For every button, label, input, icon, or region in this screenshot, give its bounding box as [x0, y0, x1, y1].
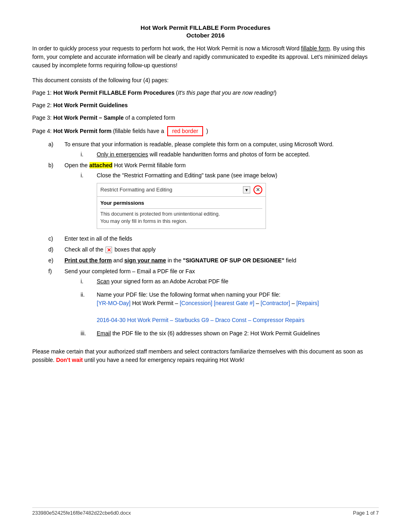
page-4-bold: Hot Work Permit form — [53, 128, 111, 134]
page-3-number: Page 3: — [32, 114, 53, 121]
example-dash1: – — [210, 317, 215, 323]
instruction-d-label: d) — [32, 245, 64, 254]
instruction-e-content: Print out the form and sign your name in… — [64, 256, 379, 265]
format-line: [YR-MO-Day] Hot Work Permit – [Concessio… — [97, 300, 319, 306]
page-1-number: Page 1: — [32, 89, 53, 96]
instruction-f-sub-ii: ii. Name your PDF file: Use the followin… — [64, 291, 379, 324]
checkbox-x-icon: ✕ — [106, 247, 112, 253]
email-underline: Email — [97, 330, 111, 337]
instruction-b-sub-i: i. Close the "Restrict Formatting and Ed… — [64, 171, 379, 180]
example-dash2: – — [248, 317, 253, 323]
instruction-f-ii-label: ii. — [64, 291, 97, 324]
page-4-number: Page 4: — [32, 128, 53, 134]
page-4-rest-suffix: ) — [206, 128, 208, 134]
attached-highlight: attached — [89, 162, 113, 168]
page-1-italic: (It's this page that you are now reading… — [176, 89, 276, 96]
only-in-emergencies-text: Only in emergencies — [97, 151, 148, 158]
instruction-b-i-content: Close the "Restrict Formatting and Editi… — [97, 171, 379, 180]
instruction-d-content: Check all of the ✕ boxes that apply — [64, 245, 379, 254]
format-mid1: Hot Work Permit – — [132, 300, 180, 306]
page-1-item: Page 1: Hot Work Permit FILLABLE Form Pr… — [32, 89, 379, 97]
page-3-bold: Hot Work Permit – Sample — [53, 114, 124, 121]
instruction-b-content: Open the attached Hot Work Permit fillab… — [64, 161, 379, 232]
restrict-controls: ▼ ✕ — [243, 185, 262, 194]
instruction-a-i-content: Only in emergencies will readable handwr… — [97, 150, 379, 159]
instruction-f-i-label: i. — [64, 277, 97, 286]
page-subtitle: October 2016 — [32, 32, 379, 39]
instruction-a-label: a) — [32, 140, 64, 159]
instruction-b-i-label: i. — [64, 171, 97, 180]
instruction-d: d) Check all of the ✕ boxes that apply — [32, 245, 379, 254]
example-mid: Hot Work Permit – — [127, 317, 175, 323]
page-2-bold: Hot Work Permit Guidelines — [53, 102, 128, 108]
instruction-e: e) Print out the form and sign your name… — [32, 256, 379, 265]
page-title: Hot Work Permit FILLABLE Form Procedures — [32, 24, 379, 31]
page-2-number: Page 2: — [32, 102, 53, 108]
page-4-item: Page 4: Hot Work Permit form (fillable f… — [32, 126, 379, 136]
instruction-e-label: e) — [32, 256, 64, 265]
bracket-gate: [nearest Gate #] — [214, 300, 254, 306]
example-date: 2016-04-30 — [97, 317, 126, 323]
format-dash1: – — [256, 300, 261, 306]
page-3-item: Page 3: Hot Work Permit – Sample of a co… — [32, 114, 379, 122]
footer: 233980e52425fe16f8e7482d22cbe6d0.docx Pa… — [32, 507, 379, 516]
page-3-rest: of a completed form — [125, 114, 175, 121]
instruction-f-content: Send your completed form – Email a PDF f… — [64, 267, 379, 338]
permissions-text: This document is protected from unintent… — [100, 210, 262, 226]
fillable-form-underline: fillable form — [301, 45, 330, 52]
sign-your-name-bold: sign your name — [125, 257, 166, 264]
bracket-concession: [Concession] — [180, 300, 212, 306]
instruction-f-label: f) — [32, 267, 64, 338]
restrict-formatting-box: Restrict Formatting and Editing ▼ ✕ Your… — [97, 183, 266, 229]
instruction-f-iii-label: iii. — [64, 329, 97, 338]
scan-underline: Scan — [97, 278, 110, 285]
instruction-c-label: c) — [32, 235, 64, 243]
red-border-sample: red border — [167, 126, 203, 136]
page-4-rest-prefix: (fillable fields have a — [113, 128, 166, 134]
instruction-f-iii-content: Email the PDF file to the six (6) addres… — [97, 329, 379, 338]
permissions-title: Your permissions — [100, 199, 262, 209]
example-repairs: Compressor Repairs — [253, 317, 304, 323]
instruction-f-sub-i: i. Scan your signed form as an Adobe Acr… — [64, 277, 379, 286]
restrict-dropdown-icon[interactable]: ▼ — [243, 186, 250, 193]
restrict-header: Restrict Formatting and Editing ▼ ✕ — [97, 183, 266, 197]
page-1-bold: Hot Work Permit FILLABLE Form Procedures — [53, 89, 174, 96]
instruction-f-ii-content: Name your PDF file: Use the following fo… — [97, 291, 379, 324]
bracket-contractor: [Contractor] — [261, 300, 290, 306]
intro-paragraph: In order to quickly process your request… — [32, 44, 379, 70]
instruction-a-sub-i: i. Only in emergencies will readable han… — [64, 150, 379, 159]
instruction-a-content: To ensure that your information is reada… — [64, 140, 379, 159]
example-draco: Draco Const — [215, 317, 247, 323]
dont-wait-text: Don't wait — [56, 357, 83, 363]
instruction-f: f) Send your completed form – Email a PD… — [32, 267, 379, 338]
restrict-title: Restrict Formatting and Editing — [100, 186, 172, 194]
instruction-c: c) Enter text in all of the fields — [32, 235, 379, 243]
instructions-section: a) To ensure that your information is re… — [32, 140, 379, 338]
format-dash2: – — [292, 300, 297, 306]
sig-field: "SIGNATURE OF SUP OR DESIGNEE" — [183, 257, 284, 264]
instruction-c-content: Enter text in all of the fields — [64, 235, 379, 243]
footer-left: 233980e52425fe16f8e7482d22cbe6d0.docx — [32, 510, 131, 516]
instruction-a-i-label: i. — [64, 150, 97, 159]
footer-right: Page 1 of 7 — [353, 510, 379, 516]
instruction-a: a) To ensure that your information is re… — [32, 140, 379, 159]
doc-structure-text: This document consists of the following … — [32, 76, 379, 85]
permissions-line-1: This document is protected from unintent… — [100, 210, 262, 218]
restrict-body: Your permissions This document is protec… — [97, 197, 266, 229]
instruction-b: b) Open the attached Hot Work Permit fil… — [32, 161, 379, 232]
bracket-repairs: [Repairs] — [296, 300, 319, 306]
print-out-bold: Print out the form — [64, 257, 112, 264]
instruction-b-label: b) — [32, 161, 64, 232]
bracket-yr: [YR-MO-Day] — [97, 300, 131, 306]
instruction-f-i-content: Scan your signed form as an Adobe Acroba… — [97, 277, 379, 286]
page-2-item: Page 2: Hot Work Permit Guidelines — [32, 101, 379, 110]
closing-paragraph: Please make certain that your authorized… — [32, 347, 379, 364]
example-starbucks: Starbucks G9 — [175, 317, 209, 323]
example-line: 2016-04-30 Hot Work Permit – Starbucks G… — [97, 317, 305, 323]
instruction-f-sub-iii: iii. Email the PDF file to the six (6) a… — [64, 329, 379, 338]
permissions-line-2: You may only fill in forms in this regio… — [100, 218, 262, 225]
restrict-close-icon[interactable]: ✕ — [253, 185, 262, 194]
